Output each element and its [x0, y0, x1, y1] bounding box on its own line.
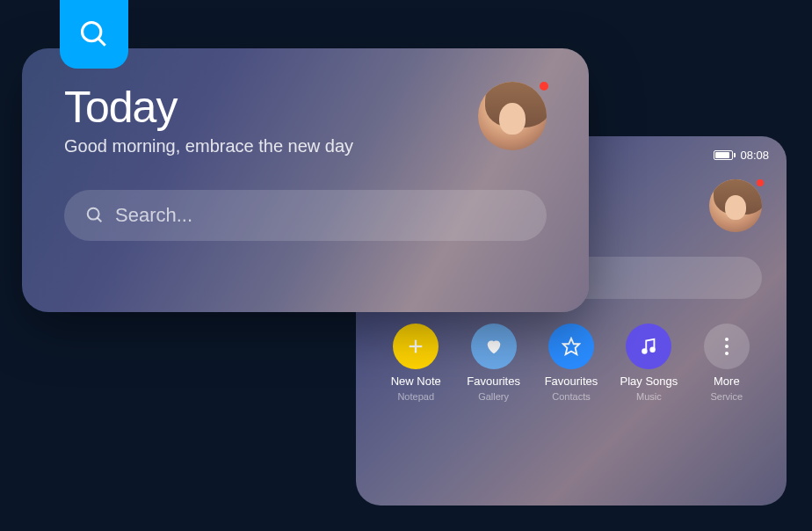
- shortcut-title: More: [714, 375, 740, 388]
- shortcut-sub: Gallery: [478, 391, 509, 402]
- heart-icon: [471, 324, 517, 369]
- notification-dot-icon: [540, 82, 548, 91]
- avatar: [709, 179, 762, 232]
- shortcut-sub: Service: [710, 391, 743, 402]
- shortcut-favourites-gallery[interactable]: Favourites Gallery: [458, 324, 528, 402]
- more-icon: [704, 324, 750, 369]
- shortcut-new-note[interactable]: New Note Notepad: [381, 324, 451, 402]
- shortcuts-row: New Note Notepad Favourites Gallery Favo…: [356, 299, 787, 402]
- svg-point-7: [88, 208, 99, 220]
- page-title: Today: [64, 82, 353, 133]
- search-tab-button[interactable]: [60, 0, 128, 69]
- svg-point-5: [643, 349, 648, 353]
- music-icon: [626, 324, 671, 369]
- shortcut-more[interactable]: More Service: [692, 324, 762, 402]
- search-icon: [79, 19, 109, 49]
- avatar: [478, 82, 547, 150]
- greeting-text: Good morning, embrace the new day: [64, 136, 353, 156]
- notification-dot-icon: [757, 179, 764, 186]
- avatar-button[interactable]: [478, 82, 547, 150]
- today-card-front: Today Good morning, embrace the new day: [22, 48, 589, 312]
- shortcut-sub: Music: [636, 391, 662, 402]
- search-input[interactable]: [115, 204, 526, 227]
- svg-line-8: [98, 218, 102, 222]
- shortcut-title: New Note: [391, 375, 441, 388]
- shortcut-title: Favourites: [545, 375, 598, 388]
- status-time: 08:08: [740, 149, 769, 162]
- avatar-button[interactable]: [709, 179, 762, 232]
- svg-point-6: [651, 347, 656, 352]
- search-icon: [85, 206, 105, 225]
- svg-marker-4: [563, 338, 579, 354]
- search-bar[interactable]: [64, 190, 547, 241]
- shortcut-sub: Contacts: [552, 391, 590, 402]
- plus-icon: [393, 324, 439, 369]
- svg-line-10: [98, 39, 105, 46]
- star-icon: [548, 324, 594, 369]
- svg-point-9: [83, 23, 101, 41]
- shortcut-sub: Notepad: [397, 391, 434, 402]
- shortcut-play-songs[interactable]: Play Songs Music: [613, 324, 684, 402]
- shortcut-title: Favourites: [467, 375, 520, 388]
- battery-icon: [714, 150, 733, 160]
- shortcut-favourites-contacts[interactable]: Favourites Contacts: [536, 324, 606, 402]
- shortcut-title: Play Songs: [620, 375, 678, 388]
